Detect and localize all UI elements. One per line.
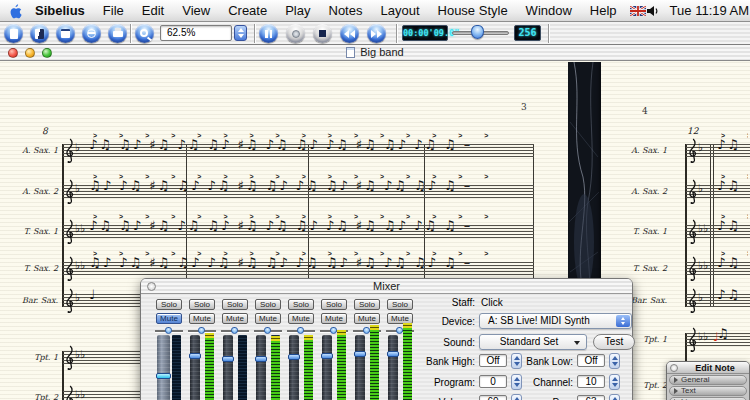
menu-view[interactable]: View — [173, 0, 219, 21]
pan-thumb[interactable] — [396, 327, 403, 334]
bank-low-stepper[interactable] — [609, 353, 620, 369]
volume-fader-4[interactable] — [256, 335, 266, 400]
zoom-level-input[interactable]: 62.5% — [160, 25, 232, 41]
solo-button-5[interactable]: Solo — [288, 299, 314, 310]
pan-slider-1[interactable] — [155, 327, 183, 334]
volume-fader-1[interactable] — [157, 335, 170, 400]
mute-button-4[interactable]: Mute — [255, 313, 281, 324]
solo-button-2[interactable]: Solo — [189, 299, 215, 310]
pan-thumb[interactable] — [231, 327, 238, 334]
pan-field[interactable]: 63 — [577, 395, 605, 400]
key-signature: ♭ — [75, 141, 80, 154]
volume-fader-7[interactable] — [355, 335, 365, 400]
menu-file[interactable]: File — [94, 0, 133, 21]
uk-flag-icon[interactable] — [630, 6, 646, 16]
device-label: Device: — [385, 316, 475, 327]
sound-label: Sound: — [385, 337, 475, 348]
pause-button[interactable] — [259, 24, 278, 43]
key-signature: ♭ — [698, 141, 703, 154]
staff-label: T. Sax. 1 — [3, 227, 58, 236]
menu-play[interactable]: Play — [276, 0, 319, 21]
volume-fader-6[interactable] — [322, 335, 332, 400]
pan-slider-4[interactable] — [254, 327, 282, 334]
fader-handle[interactable] — [222, 356, 234, 362]
key-signature: ♭♭ — [698, 222, 708, 235]
score-window-titlebar[interactable]: Big band — [0, 45, 750, 61]
accent-marks: >>>>>>>>>>>>>>>> — [721, 250, 748, 259]
pan-thumb[interactable] — [363, 327, 370, 334]
solo-button-7[interactable]: Solo — [354, 299, 380, 310]
solo-button-4[interactable]: Solo — [255, 299, 281, 310]
channel-field[interactable]: 10 — [577, 375, 605, 388]
fader-handle[interactable] — [321, 353, 333, 359]
fast-forward-button[interactable] — [367, 24, 386, 43]
menu-help[interactable]: Help — [581, 0, 626, 21]
save-button[interactable] — [56, 24, 75, 43]
pan-stepper[interactable] — [609, 394, 620, 400]
volume-fader-2[interactable] — [190, 335, 200, 400]
fader-handle[interactable] — [255, 356, 267, 362]
edit-note-item-text[interactable]: Text — [669, 386, 747, 396]
pan-thumb[interactable] — [165, 327, 172, 334]
menu-create[interactable]: Create — [219, 0, 276, 21]
staff-value: Click — [481, 297, 503, 308]
mute-button-2[interactable]: Mute — [189, 313, 215, 324]
staff-label: A. Sax. 1 — [612, 146, 667, 155]
mute-button-7[interactable]: Mute — [354, 313, 380, 324]
toolbar: 62.5% 00:00'09.0" 256 — [0, 22, 750, 45]
menu-notes[interactable]: Notes — [320, 0, 372, 21]
print-button[interactable] — [108, 24, 127, 43]
zoom-stepper[interactable] — [234, 25, 247, 41]
staff-label: A. Sax. 2 — [3, 187, 58, 196]
device-popup[interactable]: A: SB Live! MIDI Synth — [479, 313, 632, 329]
web-export-button[interactable] — [82, 24, 101, 43]
solo-button-3[interactable]: Solo — [222, 299, 248, 310]
pan-thumb[interactable] — [330, 327, 337, 334]
channel-stepper[interactable] — [609, 374, 620, 390]
volume-fader-3[interactable] — [223, 335, 233, 400]
meter-peak — [304, 335, 313, 340]
sound-popup[interactable]: Standard Set — [479, 334, 587, 350]
pan-thumb[interactable] — [198, 327, 205, 334]
zoom-tool-button[interactable] — [135, 24, 154, 43]
new-document-button[interactable] — [4, 24, 23, 43]
mute-button-3[interactable]: Mute — [222, 313, 248, 324]
volume-fader-5[interactable] — [289, 335, 299, 400]
stop-button[interactable] — [313, 24, 332, 43]
fader-handle[interactable] — [156, 373, 171, 379]
bank-low-field[interactable]: Off — [577, 354, 605, 367]
edit-note-item-general[interactable]: General — [669, 375, 747, 385]
volume-menu-icon[interactable] — [646, 5, 660, 17]
record-button[interactable] — [286, 24, 305, 43]
key-signature: ♭ — [698, 182, 703, 195]
mute-button-6[interactable]: Mute — [321, 313, 347, 324]
key-signature: ♭♭ — [698, 259, 708, 272]
test-button[interactable]: Test — [593, 334, 635, 350]
pan-slider-5[interactable] — [287, 327, 315, 334]
edit-note-close-button[interactable] — [670, 364, 678, 372]
record-icon — [292, 30, 300, 38]
menu-edit[interactable]: Edit — [133, 0, 173, 21]
level-meter-2 — [205, 335, 214, 400]
menu-window[interactable]: Window — [517, 0, 581, 21]
pan-thumb[interactable] — [297, 327, 304, 334]
menu-house-style[interactable]: House Style — [429, 0, 517, 21]
mute-button-1[interactable]: Mute — [156, 313, 182, 324]
mixer-titlebar[interactable]: Mixer — [141, 279, 632, 294]
selected-note[interactable]: ♩ — [713, 330, 719, 344]
pan-thumb[interactable] — [264, 327, 271, 334]
rewind-button[interactable] — [340, 24, 359, 43]
menu-layout[interactable]: Layout — [371, 0, 428, 21]
fader-handle[interactable] — [288, 354, 300, 360]
menu-clock[interactable]: Tue 11:19 AM — [670, 3, 750, 18]
apple-menu-icon[interactable] — [9, 3, 22, 19]
menu-sibelius[interactable]: Sibelius — [26, 0, 94, 21]
pan-slider-3[interactable] — [221, 327, 249, 334]
edit-note-titlebar[interactable]: Edit Note — [667, 362, 749, 374]
tempo-slider-thumb[interactable] — [471, 25, 484, 39]
open-document-button[interactable] — [30, 24, 49, 43]
mute-button-5[interactable]: Mute — [288, 313, 314, 324]
solo-button-6[interactable]: Solo — [321, 299, 347, 310]
solo-button-1[interactable]: Solo — [156, 299, 182, 310]
fader-handle[interactable] — [189, 353, 201, 359]
